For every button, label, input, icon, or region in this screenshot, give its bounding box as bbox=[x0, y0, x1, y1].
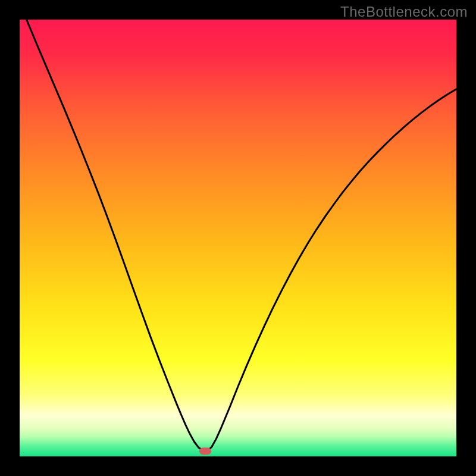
plot-area bbox=[20, 20, 456, 456]
plot-svg bbox=[20, 20, 456, 456]
watermark-label: TheBottleneck.com bbox=[340, 4, 468, 20]
chart-frame: TheBottleneck.com bbox=[0, 0, 476, 476]
current-point-marker bbox=[199, 447, 211, 455]
gradient-background bbox=[20, 20, 456, 456]
